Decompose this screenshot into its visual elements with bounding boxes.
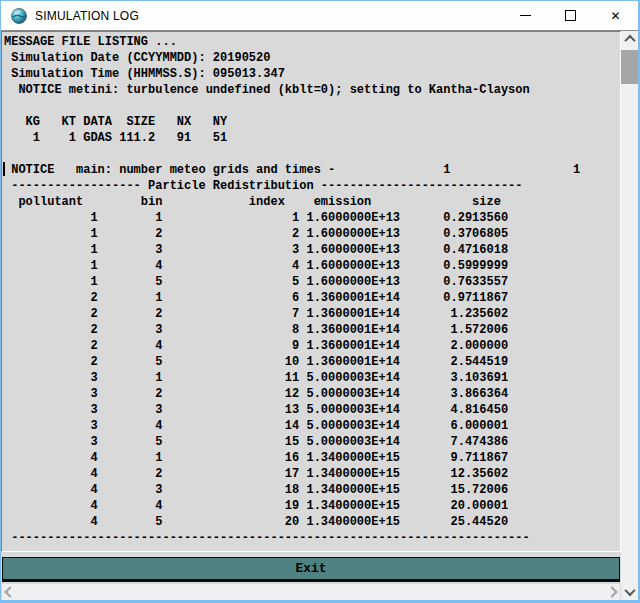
- title-bar: SIMULATION LOG ✕: [1, 1, 638, 30]
- scroll-left-button[interactable]: [2, 584, 18, 600]
- scroll-up-button[interactable]: [621, 31, 638, 47]
- close-button[interactable]: ✕: [593, 1, 638, 30]
- minimize-icon: [520, 15, 531, 16]
- exit-button[interactable]: Exit: [2, 557, 620, 582]
- log-text-area[interactable]: MESSAGE FILE LISTING ... Simulation Date…: [1, 31, 621, 552]
- chevron-up-icon: [624, 35, 635, 46]
- exit-button-label: Exit: [295, 561, 326, 576]
- globe-icon: [11, 8, 27, 24]
- maximize-button[interactable]: [548, 1, 593, 30]
- window-title: SIMULATION LOG: [35, 9, 139, 23]
- chevron-left-icon: [4, 586, 15, 597]
- log-text: MESSAGE FILE LISTING ... Simulation Date…: [4, 34, 580, 546]
- simulation-log-window: SIMULATION LOG ✕ MESSAGE FILE LISTING ..…: [0, 0, 640, 603]
- close-icon: ✕: [610, 10, 620, 22]
- scroll-right-button[interactable]: [604, 584, 620, 600]
- minimize-button[interactable]: [503, 1, 548, 30]
- chevron-down-icon: [624, 585, 635, 596]
- chevron-right-icon: [606, 586, 617, 597]
- caption-buttons: ✕: [503, 1, 638, 30]
- vertical-scrollbar[interactable]: [621, 31, 638, 600]
- insertion-caret: [3, 162, 5, 176]
- horizontal-scrollbar[interactable]: [2, 584, 620, 600]
- maximize-icon: [565, 10, 576, 21]
- client-area: MESSAGE FILE LISTING ... Simulation Date…: [1, 30, 638, 600]
- scroll-down-button[interactable]: [621, 584, 638, 600]
- vertical-scroll-thumb[interactable]: [621, 50, 638, 84]
